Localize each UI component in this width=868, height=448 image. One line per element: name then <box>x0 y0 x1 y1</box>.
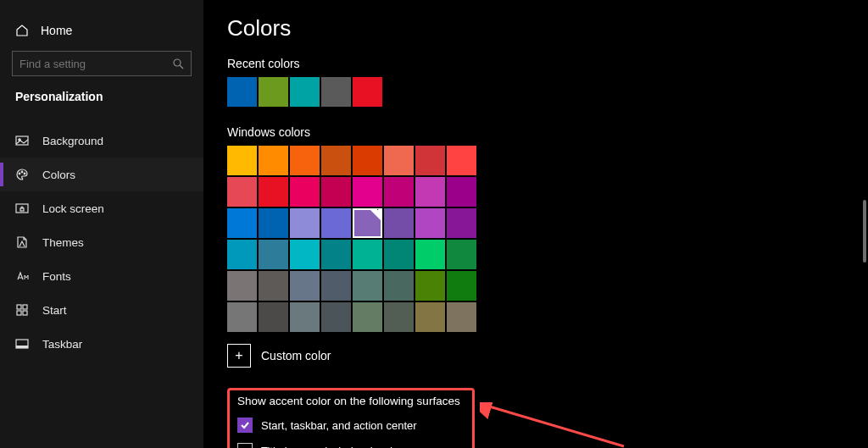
plus-icon: + <box>235 348 242 363</box>
windows-color-swatch[interactable] <box>384 208 414 238</box>
windows-color-swatch[interactable] <box>353 146 382 175</box>
windows-color-swatch[interactable] <box>227 271 257 301</box>
windows-color-swatch[interactable] <box>321 240 351 269</box>
windows-color-swatch[interactable] <box>447 208 476 238</box>
svg-point-3 <box>19 173 20 174</box>
palette-icon <box>15 168 29 181</box>
recent-color-swatch[interactable] <box>353 77 382 107</box>
fonts-icon <box>15 269 29 283</box>
accent-option-label: Title bars and window borders <box>261 445 408 449</box>
accent-surfaces-section: Show accent color on the following surfa… <box>227 388 475 448</box>
windows-color-swatch[interactable] <box>353 271 382 301</box>
home-link[interactable]: Home <box>0 17 203 51</box>
search-input[interactable] <box>19 58 172 70</box>
windows-color-swatch[interactable] <box>415 208 445 238</box>
windows-color-swatch[interactable] <box>447 146 476 175</box>
svg-rect-7 <box>20 208 24 211</box>
svg-rect-8 <box>17 305 21 309</box>
accent-option-0[interactable]: Start, taskbar, and action center <box>237 418 465 433</box>
windows-color-swatch[interactable] <box>290 271 320 301</box>
windows-color-swatch[interactable] <box>384 271 414 301</box>
windows-color-swatch[interactable] <box>259 240 288 269</box>
recent-colors-heading: Recent colors <box>227 57 844 70</box>
recent-color-swatch[interactable] <box>321 77 351 107</box>
windows-color-swatch[interactable] <box>447 177 476 207</box>
windows-color-swatch[interactable] <box>227 208 257 238</box>
windows-color-swatch[interactable] <box>259 271 288 301</box>
windows-color-swatch[interactable] <box>447 302 476 332</box>
sidebar-nav: BackgroundColorsLock screenThemesFontsSt… <box>0 115 203 361</box>
checkbox[interactable] <box>237 443 253 448</box>
recent-color-swatch[interactable] <box>227 77 257 107</box>
windows-color-swatch[interactable] <box>227 240 257 269</box>
sidebar-item-label: Colors <box>42 169 75 181</box>
checkbox[interactable] <box>237 418 253 433</box>
svg-point-4 <box>21 171 23 173</box>
svg-rect-11 <box>23 311 27 315</box>
windows-color-swatch[interactable] <box>415 240 445 269</box>
sidebar-item-lock-screen[interactable]: Lock screen <box>0 191 203 225</box>
windows-color-swatch[interactable] <box>290 302 320 332</box>
settings-sidebar: Home Personalization BackgroundColorsLoc… <box>0 0 203 448</box>
taskbar-icon <box>15 337 29 351</box>
windows-color-swatch[interactable] <box>415 146 445 175</box>
home-label: Home <box>41 24 72 37</box>
windows-color-swatch[interactable] <box>227 177 257 207</box>
svg-line-14 <box>487 406 624 446</box>
svg-rect-10 <box>17 311 21 315</box>
windows-color-swatch[interactable] <box>447 240 476 269</box>
recent-colors-row <box>227 77 844 107</box>
windows-color-swatch[interactable] <box>447 271 476 301</box>
accent-option-1[interactable]: Title bars and window borders <box>237 443 465 448</box>
windows-color-swatch[interactable] <box>290 177 320 207</box>
windows-color-swatch[interactable] <box>384 240 414 269</box>
sidebar-item-taskbar[interactable]: Taskbar <box>0 327 203 361</box>
recent-color-swatch[interactable] <box>290 77 320 107</box>
sidebar-item-label: Lock screen <box>42 202 104 215</box>
sidebar-item-label: Background <box>42 135 103 147</box>
checkmark-icon: ✓ <box>373 207 381 216</box>
windows-color-swatch[interactable] <box>259 302 288 332</box>
svg-rect-9 <box>23 305 27 309</box>
windows-color-swatch[interactable] <box>290 208 320 238</box>
windows-color-swatch[interactable]: ✓ <box>353 208 382 238</box>
sidebar-item-label: Themes <box>42 236 84 249</box>
sidebar-item-label: Fonts <box>42 270 71 283</box>
windows-colors-grid: ✓ <box>227 146 844 332</box>
windows-color-swatch[interactable] <box>384 146 414 175</box>
windows-color-swatch[interactable] <box>321 208 351 238</box>
image-icon <box>15 134 29 147</box>
sidebar-item-fonts[interactable]: Fonts <box>0 259 203 293</box>
windows-color-swatch[interactable] <box>227 302 257 332</box>
windows-color-swatch[interactable] <box>384 302 414 332</box>
windows-color-swatch[interactable] <box>321 146 351 175</box>
windows-color-swatch[interactable] <box>259 208 288 238</box>
sidebar-item-themes[interactable]: Themes <box>0 225 203 259</box>
sidebar-item-start[interactable]: Start <box>0 293 203 327</box>
windows-color-swatch[interactable] <box>259 177 288 207</box>
accent-option-label: Start, taskbar, and action center <box>261 419 417 432</box>
sidebar-item-colors[interactable]: Colors <box>0 158 203 191</box>
recent-color-swatch[interactable] <box>259 77 288 107</box>
windows-color-swatch[interactable] <box>384 177 414 207</box>
svg-rect-13 <box>16 346 28 348</box>
windows-color-swatch[interactable] <box>415 302 445 332</box>
windows-color-swatch[interactable] <box>290 240 320 269</box>
windows-color-swatch[interactable] <box>353 177 382 207</box>
search-box[interactable] <box>12 51 192 76</box>
lockscreen-icon <box>15 202 29 215</box>
windows-color-swatch[interactable] <box>227 146 257 175</box>
custom-color-button[interactable]: + <box>227 344 251 368</box>
windows-color-swatch[interactable] <box>321 271 351 301</box>
sidebar-item-background[interactable]: Background <box>0 124 203 158</box>
scrollbar-thumb[interactable] <box>863 200 866 263</box>
windows-color-swatch[interactable] <box>415 177 445 207</box>
windows-color-swatch[interactable] <box>415 271 445 301</box>
main-content: Colors Recent colors Windows colors ✓ + … <box>203 0 868 448</box>
windows-color-swatch[interactable] <box>321 302 351 332</box>
windows-color-swatch[interactable] <box>290 146 320 175</box>
windows-color-swatch[interactable] <box>321 177 351 207</box>
windows-color-swatch[interactable] <box>259 146 288 175</box>
windows-color-swatch[interactable] <box>353 302 382 332</box>
windows-color-swatch[interactable] <box>353 240 382 269</box>
